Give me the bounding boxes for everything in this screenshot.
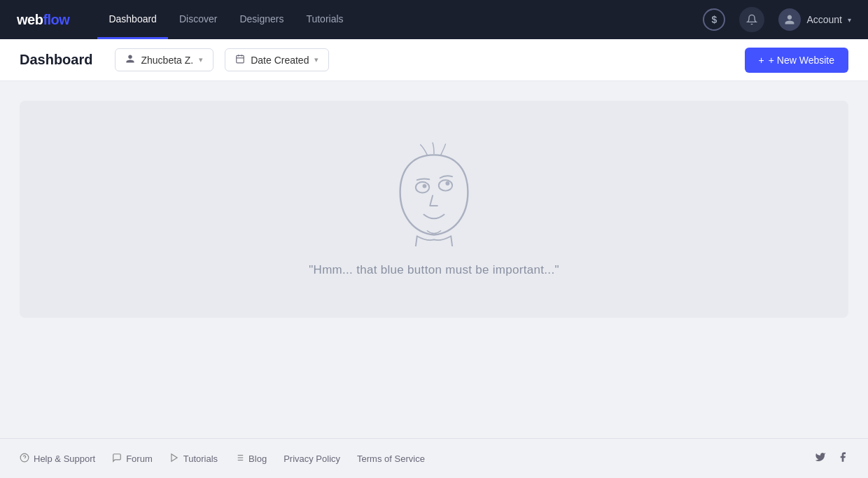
nav-links: Dashboard Discover Designers Tutorials xyxy=(97,0,680,39)
notifications-button[interactable] xyxy=(739,7,764,32)
avatar xyxy=(778,8,801,31)
footer: Help & Support Forum Tutorials xyxy=(0,438,868,478)
help-label: Help & Support xyxy=(34,454,95,464)
main-content: "Hmm... that blue button must be importa… xyxy=(0,81,868,438)
footer-privacy-link[interactable]: Privacy Policy xyxy=(284,454,340,464)
nav-right: $ Account ▾ xyxy=(703,7,851,32)
forum-icon xyxy=(112,453,122,465)
account-menu[interactable]: Account ▾ xyxy=(778,8,851,31)
terms-label: Terms of Service xyxy=(357,454,425,464)
blog-label: Blog xyxy=(248,454,267,464)
footer-terms-link[interactable]: Terms of Service xyxy=(357,454,425,464)
nav-designers[interactable]: Designers xyxy=(228,0,295,39)
svg-point-6 xyxy=(423,184,427,188)
date-filter-chevron-icon: ▾ xyxy=(314,55,318,64)
new-website-button[interactable]: + + New Website xyxy=(745,48,848,73)
empty-message: "Hmm... that blue button must be importa… xyxy=(309,263,559,277)
date-filter-label: Date Created xyxy=(251,55,309,66)
date-filter-dropdown[interactable]: Date Created ▾ xyxy=(225,48,329,71)
footer-forum-link[interactable]: Forum xyxy=(112,453,153,465)
nav-dashboard[interactable]: Dashboard xyxy=(97,0,168,39)
svg-point-5 xyxy=(439,180,452,190)
svg-point-7 xyxy=(445,181,449,185)
blog-icon xyxy=(234,453,244,465)
tutorials-icon xyxy=(169,453,179,465)
privacy-label: Privacy Policy xyxy=(284,454,340,464)
meme-face-illustration xyxy=(388,141,479,246)
new-website-label: + New Website xyxy=(769,55,834,66)
logo[interactable]: webflow xyxy=(17,12,69,28)
footer-help-link[interactable]: Help & Support xyxy=(20,453,95,465)
nav-tutorials[interactable]: Tutorials xyxy=(295,0,354,39)
user-icon xyxy=(125,54,135,66)
nav-discover[interactable]: Discover xyxy=(168,0,228,39)
account-chevron-icon: ▾ xyxy=(848,16,851,24)
header-bar: Dashboard Zhucbeta Z. ▾ Date Created ▾ +… xyxy=(0,39,868,81)
facebook-icon[interactable] xyxy=(837,451,848,465)
footer-tutorials-link[interactable]: Tutorials xyxy=(169,453,218,465)
tutorials-label: Tutorials xyxy=(183,454,218,464)
calendar-icon xyxy=(235,54,245,66)
user-filter-chevron-icon: ▾ xyxy=(199,55,203,64)
svg-rect-0 xyxy=(237,55,244,63)
footer-blog-link[interactable]: Blog xyxy=(234,453,267,465)
svg-point-4 xyxy=(416,182,429,192)
navigation: webflow Dashboard Discover Designers Tut… xyxy=(0,0,868,39)
user-filter-label: Zhucbeta Z. xyxy=(141,55,193,66)
svg-marker-10 xyxy=(172,454,177,461)
user-filter-dropdown[interactable]: Zhucbeta Z. ▾ xyxy=(115,48,214,71)
empty-state: "Hmm... that blue button must be importa… xyxy=(20,101,848,318)
twitter-icon[interactable] xyxy=(815,451,826,465)
new-website-plus-icon: + xyxy=(759,55,764,66)
billing-icon[interactable]: $ xyxy=(703,8,725,31)
page-title: Dashboard xyxy=(20,52,92,68)
forum-label: Forum xyxy=(126,454,153,464)
help-icon xyxy=(20,453,29,465)
account-label: Account xyxy=(806,14,842,25)
footer-social xyxy=(815,451,848,465)
